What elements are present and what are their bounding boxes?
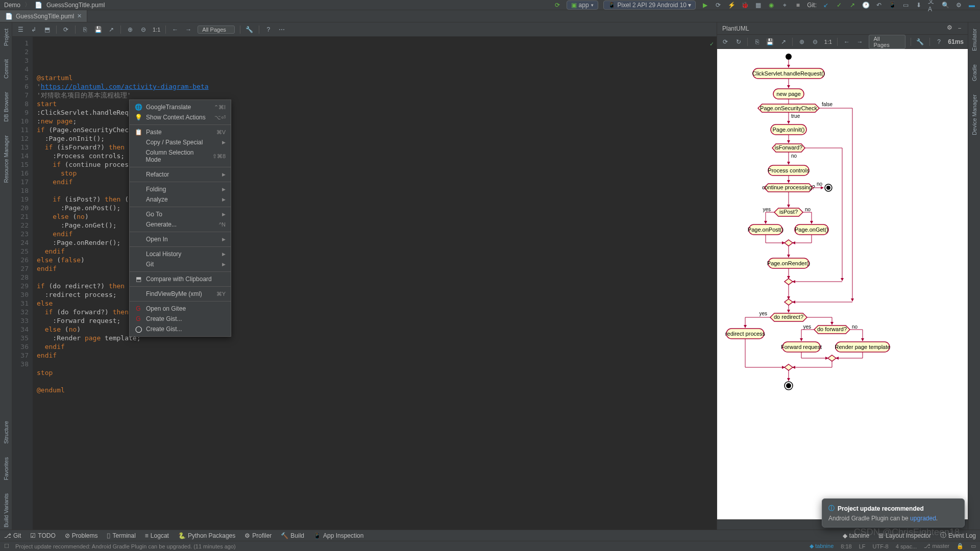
diff-icon[interactable]: ⬒ xyxy=(43,26,51,34)
git-rollback-icon[interactable]: ↶ xyxy=(875,1,883,9)
upgrade-link[interactable]: upgraded xyxy=(910,515,936,522)
rail-favorites[interactable]: Favorites xyxy=(3,455,9,482)
coverage-icon[interactable]: ▦ xyxy=(754,1,762,9)
p-zoom-in-icon[interactable]: ⊕ xyxy=(798,38,806,46)
menu-item[interactable]: ⬒Compare with Clipboard xyxy=(130,274,231,284)
p-next-icon[interactable]: → xyxy=(856,38,864,46)
debug-icon[interactable]: 🐞 xyxy=(741,1,749,9)
rail-structure[interactable]: Structure xyxy=(3,419,9,446)
menu-item[interactable]: FindViewByMe (xml)⌘Y xyxy=(130,289,231,299)
tab-file[interactable]: 📄 GuessSongTitle.puml ✕ xyxy=(0,10,87,22)
menu-item[interactable]: Local History▶ xyxy=(130,249,231,259)
profile-icon[interactable]: ◉ xyxy=(767,1,775,9)
refresh-icon[interactable]: ⟳ xyxy=(62,26,70,34)
editor-body[interactable]: 1234567891011121314151617181920212223242… xyxy=(12,37,717,530)
p-export-icon[interactable]: ↗ xyxy=(779,38,788,46)
encoding[interactable]: UTF-8 xyxy=(873,543,889,549)
preview-minimize-icon[interactable]: － xyxy=(957,24,963,33)
tool-window-button[interactable]: ⚙Profiler xyxy=(244,532,272,539)
indent[interactable]: 4 spac... xyxy=(896,543,917,549)
rail-project[interactable]: Project xyxy=(3,27,9,48)
mem-icon[interactable]: ▭ xyxy=(971,543,976,549)
git-branch[interactable]: ⎇ master xyxy=(924,543,949,549)
tool-window-button[interactable]: ⎇Git xyxy=(4,532,21,539)
menu-item[interactable]: 🌐GoogleTranslate⌃⌘I xyxy=(130,102,231,112)
hamburger-icon[interactable]: ☰ xyxy=(16,26,24,34)
titlebar-filename[interactable]: GuessSongTitle.puml xyxy=(46,2,105,9)
save-icon[interactable]: 💾 xyxy=(94,26,102,34)
device-icon[interactable]: 📱 xyxy=(888,1,896,9)
p-wrench-icon[interactable]: 🔧 xyxy=(916,38,924,46)
avd-icon[interactable]: ▭ xyxy=(901,1,910,9)
tool-window-button[interactable]: ⊘Problems xyxy=(65,532,98,539)
tool-window-button[interactable]: ◆tabnine xyxy=(843,531,869,540)
menu-item[interactable]: GOpen on Gitee xyxy=(130,304,231,314)
rail-variants[interactable]: Build Variants xyxy=(3,491,9,530)
apply-code-icon[interactable]: ⚡ xyxy=(727,1,736,9)
p-help-icon[interactable]: ? xyxy=(935,38,943,46)
attach-icon[interactable]: ⌖ xyxy=(780,1,789,9)
menu-item[interactable]: Git▶ xyxy=(130,259,231,269)
stop-icon[interactable]: ■ xyxy=(794,1,802,9)
rail-resource[interactable]: Resource Manager xyxy=(3,133,9,185)
rail-gradle[interactable]: Gradle xyxy=(971,62,977,83)
tool-window-button[interactable]: 📱App Inspection xyxy=(313,532,363,539)
export-icon[interactable]: ↗ xyxy=(107,26,115,34)
project-name[interactable]: Demo xyxy=(4,2,20,9)
rail-device-mgr[interactable]: Device Manager xyxy=(971,92,977,137)
sdk-icon[interactable]: ⬇ xyxy=(915,1,923,9)
rail-db[interactable]: DB Browser xyxy=(3,90,9,124)
git-history-icon[interactable]: 🕐 xyxy=(862,1,870,9)
line-ending[interactable]: LF xyxy=(859,543,866,549)
translate-icon[interactable]: 文A xyxy=(928,1,936,9)
sync-icon[interactable]: ⟳ xyxy=(553,1,561,9)
menu-item[interactable]: Go To▶ xyxy=(130,209,231,219)
settings-icon[interactable]: ⚙ xyxy=(954,1,963,9)
menu-item[interactable]: 💡Show Context Actions⌥⏎ xyxy=(130,112,231,122)
notifications-icon[interactable]: ▬ xyxy=(968,1,976,9)
git-update-icon[interactable]: ↙ xyxy=(822,1,830,9)
p-prev-icon[interactable]: ← xyxy=(843,38,851,46)
notification-popup[interactable]: ⓘProject update recommended Android Grad… xyxy=(822,498,965,528)
p-copy-icon[interactable]: ⎘ xyxy=(753,38,761,46)
lock-icon[interactable]: 🔒 xyxy=(957,543,964,549)
menu-item[interactable]: GCreate Gist... xyxy=(130,314,231,324)
zoom-out-icon[interactable]: ⊖ xyxy=(139,26,148,34)
tool-window-button[interactable]: 🐍Python Packages xyxy=(178,532,235,539)
menu-item[interactable]: Open In▶ xyxy=(130,234,231,244)
tool-window-button[interactable]: ⌷Terminal xyxy=(107,532,135,539)
pages-selector[interactable]: All Pages xyxy=(198,26,234,34)
menu-item[interactable]: Folding▶ xyxy=(130,184,231,194)
menu-item[interactable]: Refactor▶ xyxy=(130,169,231,180)
copy-icon[interactable]: ⎘ xyxy=(81,26,89,34)
menu-item[interactable]: Generate...^N xyxy=(130,219,231,230)
p-zoom-out-icon[interactable]: ⊖ xyxy=(811,38,819,46)
p-refresh-icon[interactable]: ⟳ xyxy=(721,38,729,46)
p-reload-icon[interactable]: ↻ xyxy=(734,38,743,46)
next-icon[interactable]: → xyxy=(184,26,192,34)
tool-window-button[interactable]: ⓘEvent Log xyxy=(940,531,976,540)
caret-position[interactable]: 8:18 xyxy=(841,543,851,549)
device-selector[interactable]: 📱Pixel 2 API 29 Android 10 ▾ xyxy=(603,1,696,10)
tool-window-button[interactable]: ⊞Layout Inspector xyxy=(878,531,931,540)
tool-window-button[interactable]: 🔨Build xyxy=(281,532,304,539)
run-config-selector[interactable]: ▣app▾ xyxy=(567,1,598,10)
preview-canvas[interactable]: ClickServlet.handleRequest() new page Pa… xyxy=(717,49,968,519)
wrap-icon[interactable]: ↲ xyxy=(30,26,38,34)
zoom-in-icon[interactable]: ⊕ xyxy=(126,26,134,34)
git-push-icon[interactable]: ↗ xyxy=(848,1,856,9)
menu-item[interactable]: Copy / Paste Special▶ xyxy=(130,137,231,147)
apply-changes-icon[interactable]: ⟳ xyxy=(714,1,722,9)
tool-window-button[interactable]: ≡Logcat xyxy=(145,532,169,539)
tool-window-button[interactable]: ☑TODO xyxy=(30,532,55,539)
menu-item[interactable]: 📋Paste⌘V xyxy=(130,127,231,137)
rail-emulator[interactable]: Emulator xyxy=(971,27,977,53)
help-icon[interactable]: ? xyxy=(264,26,273,34)
preview-settings-icon[interactable]: ⚙ xyxy=(947,24,952,33)
close-icon[interactable]: ✕ xyxy=(77,13,82,19)
status-icon[interactable]: ☐ xyxy=(4,543,9,549)
menu-item[interactable]: Analyze▶ xyxy=(130,194,231,205)
analysis-ok-icon[interactable]: ✓ xyxy=(710,40,714,48)
run-icon[interactable]: ▶ xyxy=(701,1,709,9)
git-commit-icon[interactable]: ✓ xyxy=(835,1,843,9)
